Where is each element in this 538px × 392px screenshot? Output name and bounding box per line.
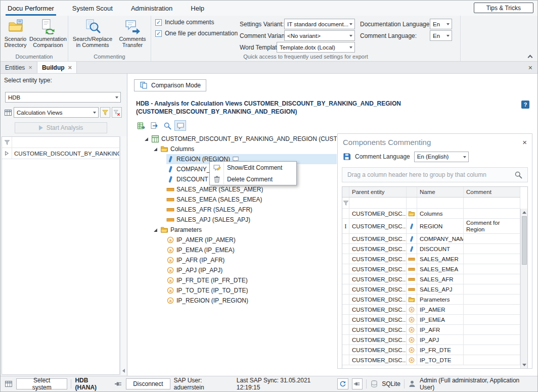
- collapse-icon[interactable]: [144, 137, 149, 141]
- comment-language-ribbon-dropdown[interactable]: En: [430, 30, 452, 41]
- comments-toggle-button[interactable]: [174, 120, 186, 131]
- tree-item-ip-emea[interactable]: IP_EMEA (IP_EMEA): [135, 245, 337, 255]
- table-row[interactable]: CUSTOMER_DISC... IP_EMEA: [342, 315, 520, 325]
- scroll-down-button[interactable]: [521, 361, 527, 368]
- entity-row[interactable]: CUSTOMER_DISCOUNT_BY_RANKING...: [2, 148, 119, 159]
- save-icon[interactable]: [343, 153, 351, 161]
- tab-close-icon[interactable]: [28, 64, 32, 71]
- menu-system-scout[interactable]: System Scout: [70, 1, 115, 16]
- menu-help[interactable]: Help: [189, 1, 206, 16]
- documentation-comparison-button[interactable]: Documentation Comparison: [29, 17, 67, 49]
- refresh-sync-button[interactable]: [337, 378, 348, 389]
- table-row[interactable]: CUSTOMER_DISC... Parameters: [342, 295, 520, 305]
- table-row[interactable]: CUSTOMER_DISC... IP_AMER: [342, 305, 520, 315]
- table-row[interactable]: CUSTOMER_DISC... SALES_EMEA: [342, 264, 520, 274]
- ribbon-collapse-button[interactable]: [525, 53, 534, 60]
- panel-close-icon[interactable]: [522, 138, 527, 146]
- tree-item-ip-apj[interactable]: IP_APJ (IP_APJ): [135, 265, 337, 275]
- export-button[interactable]: [148, 120, 160, 131]
- scrollbar-thumb[interactable]: [522, 216, 527, 265]
- parameter-icon: [166, 286, 174, 295]
- table-row[interactable]: CUSTOMER_DISC... IP_TO_DTE: [342, 355, 520, 365]
- tree-item-sales-apj[interactable]: SALES_APJ (SALES_APJ): [135, 215, 337, 225]
- documentation-language-dropdown[interactable]: En: [430, 19, 452, 29]
- left-scrollbar[interactable]: [120, 136, 126, 375]
- comment-language-dropdown[interactable]: En (English): [414, 152, 469, 162]
- vertical-scrollbar[interactable]: [520, 209, 527, 368]
- tree-item-columns[interactable]: Columns: [135, 144, 337, 154]
- parameter-icon: [166, 246, 174, 254]
- scenario-directory-button[interactable]: Scenario Directory: [2, 17, 29, 49]
- comments-transfer-button[interactable]: Comments Transfer: [116, 17, 149, 49]
- tree-item-ip-fr-dte[interactable]: IP_FR_DTE (IP_FR_DTE): [135, 275, 337, 285]
- sync-connect-button[interactable]: [352, 378, 363, 389]
- tree-item-parameters[interactable]: Parameters: [135, 225, 337, 235]
- tab-entities[interactable]: Entities: [1, 62, 37, 73]
- table-row[interactable]: CUSTOMER_DISC... Columns: [342, 209, 520, 219]
- system-dropdown[interactable]: HDB: [5, 92, 121, 103]
- tree-item-sales-emea[interactable]: SALES_EMEA (SALES_EMEA): [135, 194, 337, 205]
- export-arrow-icon: [150, 122, 158, 130]
- tree-item-root[interactable]: CUSTOMER_DISCOUNT_BY_RANKING_AND_REGION …: [135, 134, 337, 144]
- table-row[interactable]: CUSTOMER_DISC... DISCOUNT: [342, 244, 520, 254]
- expand-icon[interactable]: [5, 151, 9, 156]
- tree-item-ip-amer[interactable]: IP_AMER (IP_AMER): [135, 235, 337, 245]
- measure-icon: [166, 185, 174, 193]
- context-menu: Show/Edit Comment Delete Comment: [209, 161, 297, 185]
- tree-item-sales-amer[interactable]: SALES_AMER (SALES_AMER): [135, 184, 337, 194]
- entity-grid-filter-row[interactable]: [2, 137, 119, 148]
- search-replace-comments-button[interactable]: Search/Replace in Comments: [69, 17, 116, 49]
- comment-variant-dropdown[interactable]: <No variant>: [284, 30, 355, 41]
- group-by-bar[interactable]: Drag a column header here to group by th…: [342, 167, 528, 182]
- grid-filter-row[interactable]: [342, 198, 520, 209]
- comparison-mode-button[interactable]: Comparison Mode: [134, 79, 206, 91]
- export-excel-button[interactable]: [135, 120, 147, 131]
- comments-transfer-icon: [124, 18, 141, 34]
- table-row[interactable]: CUSTOMER_DISC... SALES_AFR: [342, 274, 520, 284]
- triangle-up-icon: [522, 211, 526, 214]
- table-row-selected[interactable]: CUSTOMER_DISC... REGION Comment for Regi…: [342, 219, 520, 234]
- search-button[interactable]: [161, 120, 173, 131]
- include-comments-checkbox[interactable]: [155, 19, 162, 26]
- table-row[interactable]: CUSTOMER_DISC... SALES_AMER: [342, 254, 520, 264]
- filter-clear-button[interactable]: [112, 107, 122, 118]
- scroll-up-button[interactable]: [521, 209, 527, 216]
- scroll-left-button[interactable]: [121, 367, 126, 374]
- attribute-icon: [166, 175, 174, 183]
- close-view-button[interactable]: [523, 62, 537, 73]
- column-header-comment[interactable]: Comment: [464, 187, 520, 197]
- separator: [71, 379, 71, 388]
- tree-item-ip-region[interactable]: IP_REGION (IP_REGION): [135, 296, 337, 306]
- menu-item-delete-comment[interactable]: Delete Comment: [210, 173, 296, 185]
- table-row[interactable]: CUSTOMER_DISC... IP_FR_DTE: [342, 345, 520, 355]
- menu-item-show-edit-comment[interactable]: Show/Edit Comment: [210, 162, 296, 173]
- tips-tricks-button[interactable]: Tips & Tricks: [474, 3, 533, 13]
- select-system-button[interactable]: Select system: [16, 378, 67, 389]
- menu-administration[interactable]: Administration: [129, 1, 174, 16]
- column-header-parent-entity[interactable]: Parent entity: [349, 187, 407, 197]
- measure-icon: [408, 276, 415, 283]
- column-header-name[interactable]: Name: [417, 187, 464, 197]
- collapse-icon[interactable]: [153, 228, 158, 232]
- filter-edit-button[interactable]: [100, 107, 110, 118]
- one-file-checkbox[interactable]: [155, 30, 162, 37]
- table-row[interactable]: CUSTOMER_DISC... COMPANY_NAME: [342, 234, 520, 244]
- tree-item-ip-to-dte[interactable]: IP_TO_DTE (IP_TO_DTE): [135, 285, 337, 296]
- menu-docu-performer[interactable]: Docu Performer: [6, 1, 56, 16]
- word-template-dropdown[interactable]: Template.dotx (Local): [277, 42, 355, 53]
- settings-variant-dropdown[interactable]: IT standard document...: [284, 19, 355, 29]
- disconnect-button[interactable]: Disconnect: [126, 378, 170, 389]
- table-row[interactable]: CUSTOMER_DISC... SALES_APJ: [342, 284, 520, 295]
- tree-item-ip-afr[interactable]: IP_AFR (IP_AFR): [135, 255, 337, 265]
- tab-close-icon[interactable]: [68, 64, 72, 71]
- collapse-icon[interactable]: [153, 147, 158, 152]
- help-button[interactable]: [521, 101, 529, 109]
- start-analysis-button[interactable]: Start Analysis: [15, 122, 107, 133]
- table-row[interactable]: CUSTOMER_DISC... IP_APJ: [342, 335, 520, 345]
- comment-language-label: Comment Language: [355, 153, 410, 160]
- tree-item-sales-afr[interactable]: SALES_AFR (SALES_AFR): [135, 205, 337, 215]
- search-icon[interactable]: [514, 171, 522, 179]
- entity-type-dropdown[interactable]: Calculation Views: [14, 107, 99, 118]
- tab-buildup[interactable]: Buildup: [37, 62, 77, 73]
- table-row[interactable]: CUSTOMER_DISC... IP_AFR: [342, 325, 520, 335]
